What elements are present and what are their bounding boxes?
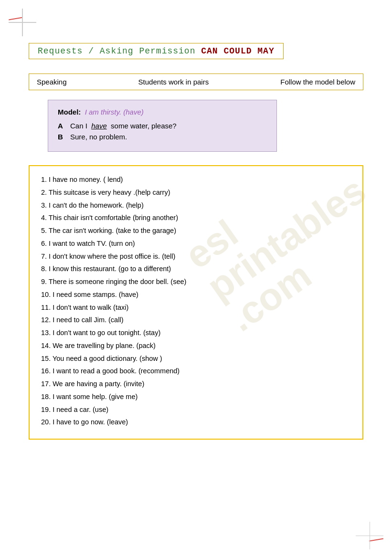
title-space1 [218,46,224,56]
model-line-b: B Sure, no problem. [58,133,267,141]
list-item: 17. We are having a party. (invite) [41,379,351,390]
list-item: 19. I need a car. (use) [41,405,351,415]
list-item: 4. This chair isn't comfortable (bring a… [41,213,351,223]
model-situation: I am thirsty. (have) [85,108,144,116]
model-line-a-underline: have [91,122,107,130]
title-box: Requests / Asking Permission CAN COULD M… [29,43,284,59]
model-line-a-content: Can I have some water, please? [70,122,177,130]
list-item: 8. I know this restaurant. (go to a diff… [41,264,351,274]
list-item: 13. I don't want to go out tonight. (sta… [41,328,351,338]
list-item: 5. The car isn't working. (take to the g… [41,226,351,236]
model-title: Model: I am thirsty. (have) [58,108,267,116]
list-item: 1. I have no money. ( lend) [41,175,351,185]
exercise-list: 1. I have no money. ( lend)2. This suitc… [41,175,351,428]
list-item: 12. I need to call Jim. (call) [41,315,351,326]
corner-decoration-tl [9,9,37,37]
list-item: 15. You need a good dictionary. (show ) [41,354,351,364]
speaking-col1: Speaking [37,78,67,86]
title-can: CAN [201,46,218,56]
list-item: 10. I need some stamps. (have) [41,290,351,300]
list-item: 7. I don't know where the post office is… [41,252,351,262]
model-line-a: A Can I have some water, please? [58,122,267,130]
model-box: Model: I am thirsty. (have) A Can I have… [48,100,277,152]
title-space2 [252,46,258,56]
model-line-a-text: Can I [70,122,87,130]
speaking-col2: Students work in pairs [138,78,209,86]
list-item: 20. I have to go now. (leave) [41,417,351,428]
title-may: MAY [257,46,274,56]
corner-decoration-br [355,521,383,549]
model-line-a-rest: some water, please? [111,122,177,130]
list-item: 9. There is someone ringing the door bel… [41,277,351,287]
title-text: Requests / Asking Permission CAN COULD M… [38,46,275,56]
title-could: COULD [223,46,252,56]
list-item: 16. I want to read a good book. (recomme… [41,366,351,377]
list-item: 18. I want some help. (give me) [41,392,351,402]
model-line-b-text: Sure, no problem. [70,133,127,141]
model-line-b-letter: B [58,133,65,141]
exercise-box: 1. I have no money. ( lend)2. This suitc… [29,165,363,440]
speaking-bar: Speaking Students work in pairs Follow t… [29,74,363,90]
page: eslprintables.com Requests / Asking Perm… [0,0,392,558]
list-item: 14. We are travelling by plane. (pack) [41,341,351,351]
list-item: 3. I can't do the homework. (help) [41,200,351,211]
model-label: Model: [58,108,81,116]
model-line-a-letter: A [58,122,65,130]
list-item: 11. I don't want to walk (taxi) [41,303,351,313]
speaking-col3: Follow the model below [280,78,355,86]
list-item: 6. I want to watch TV. (turn on) [41,239,351,249]
title-prefix: Requests / Asking Permission [38,46,201,56]
list-item: 2. This suitcase is very heavy .(help ca… [41,188,351,198]
